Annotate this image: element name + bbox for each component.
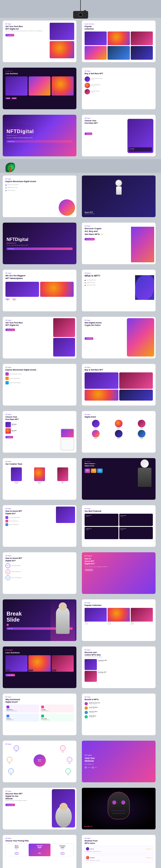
slide-24-label: NFT Digital — [85, 555, 153, 557]
slide-row-2: Live Auctions Live Auctions Explore Bid … — [0, 65, 161, 112]
slide-23-title: How to Invest NFTDigital Art? — [5, 557, 74, 562]
slide-35-basic-btn[interactable]: Buy — [15, 852, 18, 855]
slide-row-3: NFTDigital Discover, Collect & Sell Extr… — [0, 112, 161, 159]
slide-18-label: NFT Digital — [85, 414, 153, 415]
slide-15[interactable]: NFT Digital Explore Blockchain Digital A… — [3, 364, 76, 405]
slide-21[interactable]: NFT Digital How to Invest NFTDigital Art… — [3, 505, 76, 547]
slide-12-label: NFT Digital — [85, 273, 153, 274]
slide-33-btn[interactable]: Explore Now — [5, 804, 15, 806]
slide-7-label: NFT Digital — [5, 178, 74, 180]
slide-row-4: NFT Digital Explore Blockchain Digital A… — [0, 173, 161, 220]
slide-10[interactable]: NFT Digital Discover CryptoArt, Buy andS… — [82, 223, 156, 264]
slide-26[interactable]: NFT Digital Popular Collection NFT #1 0.… — [82, 599, 156, 641]
slide-28-text: Join millions of collectors worldwide — [85, 656, 153, 658]
slide-3-title: Live Auctions — [5, 72, 74, 75]
slide-25[interactable]: BreakSlide Start Now — [3, 599, 76, 641]
slide-row-11: NFT Digital How to Invest NFTDigital Art… — [0, 502, 161, 550]
slide-13[interactable]: NFT Digital Get Your First RareNFT Digit… — [3, 317, 76, 359]
slide-1-btn[interactable]: Learn More — [5, 34, 14, 36]
slide-30-title: Benefit of NFTs — [85, 698, 153, 701]
slide-11[interactable]: NFT Digital We Are the BiggestNFT Market… — [3, 270, 76, 311]
slide-17-btn[interactable]: Buy Now — [5, 436, 13, 438]
slide-16-title: Buy & Sell Rare NFT — [85, 369, 153, 371]
slide-11-label: NFT Digital — [5, 273, 74, 274]
slide-34-title: Rare NFT Art — [84, 826, 153, 827]
slide-8-sub: Explore the Universe — [85, 213, 153, 214]
slide-28[interactable]: NFT Digital Discover andCollect NFTs Now… — [82, 647, 156, 688]
slide-3-label: Live Auctions — [5, 70, 74, 72]
slide-36[interactable]: NFT Digital Reviews FromNFTs Users John … — [82, 835, 156, 868]
slide-2-title: PopularCollection — [85, 25, 153, 30]
slide-4[interactable]: NFT Digital Buy & Sell Rare NFT Premium … — [82, 68, 156, 109]
slide-10-btn[interactable]: Discover Now — [85, 238, 95, 240]
slide-13-btn[interactable]: Explore Now — [5, 329, 15, 331]
slide-11-title: We Are the BiggestNFT Marketplace — [5, 274, 74, 280]
slide-7-item1: Blockchain Technology — [7, 184, 18, 186]
slide-22[interactable]: NFT Digital Our Best Featured Featured #… — [82, 505, 156, 547]
slide-5-btn[interactable]: Explore Now — [6, 140, 73, 143]
slide-27[interactable]: NFT Digital Live Auctions 0.5 ETH 1.2 ET… — [3, 647, 76, 688]
slide-28-title: Discover andCollect NFTs Now — [85, 651, 153, 656]
slide-24[interactable]: NFT Digital How toInvest NFTDigital Art?… — [82, 552, 156, 594]
slide-12[interactable]: NFT Digital What is NFT? Non-Fungible To… — [82, 270, 156, 311]
slide-6[interactable]: NFT Digital Choose YourFirst Rare NFT NF… — [82, 115, 156, 156]
slide-30[interactable]: NFT Digital Benefit of NFTs Authentic Ow… — [82, 693, 156, 735]
slide-33[interactable]: NFT Digital Discover Rare NFTDigital On … — [3, 788, 76, 829]
slide-20[interactable]: NFT Digital Mario Steven –Digital Artist… — [82, 458, 156, 500]
slide-23[interactable]: NFT Digital How to Invest NFTDigital Art… — [3, 552, 76, 594]
slide-5[interactable]: NFTDigital Discover, Collect & Sell Extr… — [3, 115, 76, 156]
slide-35-prem-btn[interactable]: Buy — [61, 852, 64, 855]
slide-row-14: NFT Digital Live Auctions 0.5 ETH 1.2 ET… — [0, 644, 161, 691]
slide-5-logo: NFTDigital — [6, 129, 73, 134]
slide-3[interactable]: Live Auctions Live Auctions Explore Bid … — [3, 68, 76, 109]
slide-16[interactable]: NFT Digital Buy & Sell Rare NFT — [82, 364, 156, 405]
slide-row-5: NFTDigital Discover Crypto Art, Buy and … — [0, 220, 161, 267]
slide-32[interactable]: NFT Digital Visit OurWebsite www.nftdigi… — [82, 741, 156, 782]
slide-1[interactable]: NFT Digital Get Your First RareNFT Digit… — [3, 21, 76, 62]
slide-19[interactable]: NFT Digital Our Creative Team John Doe D… — [3, 458, 76, 500]
slide-18-title: Digital Artist — [85, 416, 153, 418]
slide-row-12: NFT Digital How to Invest NFTDigital Art… — [0, 550, 161, 597]
slide-8[interactable]: Space NFT Explore the Universe — [82, 176, 156, 217]
slide-6-btn[interactable]: Buy Now — [85, 132, 92, 135]
slide-7[interactable]: NFT Digital Explore Blockchain Digital A… — [3, 176, 76, 217]
slide-35-std-btn[interactable]: Buy — [38, 852, 41, 854]
slide-22-title: Our Best Featured — [85, 510, 153, 512]
slide-18[interactable]: NFT Digital Digital Artist Artist 1 Arti… — [82, 411, 156, 453]
slide-24-btn[interactable]: Learn More — [86, 569, 92, 570]
slide-14-btn[interactable]: Learn More — [85, 337, 93, 340]
slide-3-btn[interactable]: Explore — [5, 97, 10, 99]
slide-31-label: NFT Digital — [5, 743, 74, 745]
slide-19-title: Our Creative Team — [5, 463, 74, 465]
slide-3-btn2[interactable]: Bid Now — [11, 97, 17, 99]
slide-row-15: NFT Digital Why InvestmentDigital Asset?… — [0, 691, 161, 738]
slide-36-title: Reviews FromNFTs Users — [85, 839, 153, 844]
slide-9-sub: Discover Crypto Art, Buy and Sell Rare N… — [6, 245, 73, 246]
slide-row-16: NFT Digital DigitalAsset NFT Crypto Toke… — [0, 738, 161, 785]
slide-7-item3: Smart Contracts — [7, 189, 15, 191]
slide-17[interactable]: NFT Digital Choose YourFirst Rare NFT NF… — [3, 411, 76, 453]
slide-27-btn[interactable]: Explore Now — [5, 674, 15, 676]
slide-24-title: How toInvest NFTDigital Art? — [85, 557, 153, 565]
slide-29-label: NFT Digital — [5, 696, 74, 698]
slide-15-label: NFT Digital — [5, 367, 74, 368]
slide-row-9: NFT Digital Choose YourFirst Rare NFT NF… — [0, 408, 161, 455]
slide-9-btn[interactable]: Get Started — [6, 248, 73, 250]
slide-35-label: NFT Digital — [5, 838, 74, 839]
slide-32-url: www.nftdigital.com — [85, 764, 153, 765]
slide-35-title: Choose Your Pricing Plan — [5, 839, 74, 842]
slide-29[interactable]: NFT Digital Why InvestmentDigital Asset?… — [3, 693, 76, 735]
slide-14[interactable]: NFT Digital New Digital AssetsCrypto the… — [82, 317, 156, 359]
slide-28-label: NFT Digital — [85, 649, 153, 651]
slide-row-8: NFT Digital Explore Blockchain Digital A… — [0, 361, 161, 408]
slide-31[interactable]: NFT Digital DigitalAsset NFT Crypto Toke… — [3, 741, 76, 782]
slide-4-label: NFT Digital — [85, 70, 153, 72]
slide-34[interactable]: Rare NFT Art — [82, 788, 156, 829]
slide-17-label: NFT Digital — [5, 414, 74, 415]
slide-35[interactable]: NFT Digital Choose Your Pricing Plan Bas… — [3, 835, 76, 868]
slide-5-sub: Discover, Collect & Sell Extraordinary N… — [6, 137, 73, 138]
slide-9[interactable]: NFTDigital Discover Crypto Art, Buy and … — [3, 223, 76, 264]
slide-26-title: Popular Collection — [85, 604, 153, 607]
slide-2[interactable]: Popular Collection PopularCollection — [82, 21, 156, 62]
slide-row-18: NFT Digital Choose Your Pricing Plan Bas… — [0, 832, 161, 868]
